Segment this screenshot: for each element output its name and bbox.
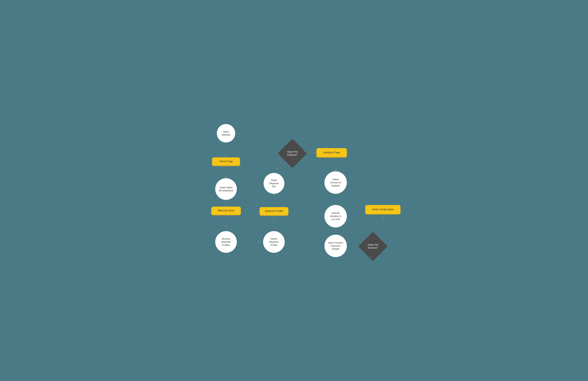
adopt-elephant-top-label: Adopt This Elephant? [282, 143, 303, 164]
elephant-profile-node: Elephant Profile [260, 207, 288, 216]
browse-elephant-profiles-node: Browse Elephant Profiles [215, 231, 237, 253]
read-elephant-bio-node: Read Elephant Bio [264, 173, 284, 194]
input-contact-payment-node: Input Contact/ Payment Details [324, 235, 347, 257]
adoption-page-node: Adoption Page [316, 148, 347, 158]
select-elephant-profile-node: Select Elephant Profile [263, 231, 285, 253]
open-website-node: Open Website [217, 124, 235, 142]
indicate-gift-node: Indicate Whether It Is A Gift [324, 205, 347, 227]
home-page-node: Home Page [212, 157, 240, 166]
y-label-bottom: Y [380, 235, 382, 238]
select-amount-support-node: Select Amount of Support [324, 171, 347, 194]
adopt-elephant-bottom-label: Adopt This Elephant? [362, 236, 383, 257]
order-confirmation-node: Order Confirmation [365, 205, 400, 215]
meet-the-herd-node: Meet the Herd [211, 207, 241, 215]
svg-line-9 [274, 161, 281, 173]
n-label-bottom: N [370, 255, 372, 258]
select-meet-elephants-node: Select Meet the Elephants [215, 178, 237, 200]
n-label-top: N [278, 157, 279, 160]
y-label-top: Y [304, 150, 305, 153]
flowchart-canvas: Open Website Home Page Select Meet the E… [182, 114, 406, 267]
